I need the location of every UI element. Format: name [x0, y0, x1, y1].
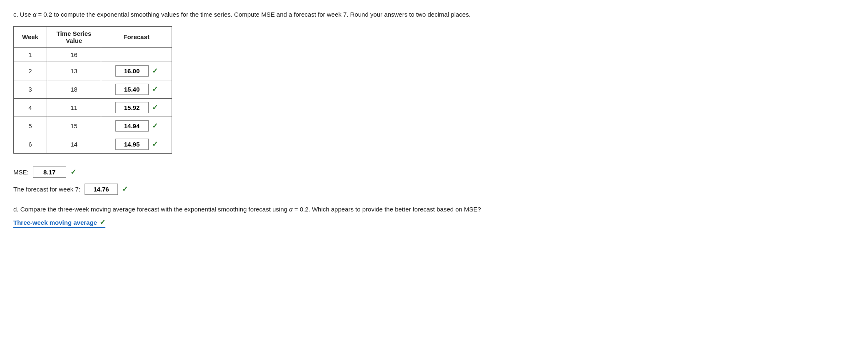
- cell-time-series-value: 14: [47, 135, 101, 153]
- forecast-check-icon: ✓: [152, 67, 158, 75]
- question-c-text: c. Use α = 0.2 to compute the exponentia…: [13, 10, 855, 20]
- col-header-forecast: Forecast: [101, 26, 172, 47]
- question-d-text: d. Compare the three-week moving average…: [13, 205, 855, 214]
- cell-time-series-value: 18: [47, 80, 101, 98]
- forecast-input[interactable]: [115, 65, 149, 77]
- cell-week: 1: [14, 47, 47, 62]
- forecast-week7-input[interactable]: [85, 184, 118, 195]
- forecast-input[interactable]: [115, 139, 149, 150]
- cell-forecast: ✓: [101, 135, 172, 153]
- forecast-week7-row: The forecast for week 7: ✓: [13, 184, 855, 195]
- cell-forecast: ✓: [101, 98, 172, 117]
- forecast-cell-container: ✓: [109, 65, 164, 77]
- answer-d-check-icon: ✓: [100, 218, 105, 227]
- forecast-check-icon: ✓: [152, 103, 158, 112]
- exponential-smoothing-table-container: Week Time Series Value Forecast 116213✓3…: [13, 26, 172, 154]
- forecast-week7-check-icon: ✓: [122, 185, 128, 194]
- cell-week: 4: [14, 98, 47, 117]
- table-row: 213✓: [14, 62, 172, 80]
- table-row: 318✓: [14, 80, 172, 98]
- forecast-check-icon: ✓: [152, 122, 158, 130]
- cell-week: 2: [14, 62, 47, 80]
- forecast-cell-container: ✓: [109, 102, 164, 113]
- forecast-check-icon: ✓: [152, 140, 158, 149]
- table-row: 411✓: [14, 98, 172, 117]
- cell-week: 3: [14, 80, 47, 98]
- mse-label: MSE:: [13, 169, 29, 176]
- cell-forecast: ✓: [101, 117, 172, 135]
- forecast-week7-label: The forecast for week 7:: [13, 186, 80, 193]
- cell-week: 5: [14, 117, 47, 135]
- exponential-smoothing-table: Week Time Series Value Forecast 116213✓3…: [13, 26, 172, 154]
- forecast-input[interactable]: [115, 120, 149, 132]
- cell-forecast: ✓: [101, 62, 172, 80]
- forecast-cell-container: ✓: [109, 139, 164, 150]
- mse-check-icon: ✓: [70, 168, 76, 176]
- col-header-week: Week: [14, 26, 47, 47]
- cell-time-series-value: 16: [47, 47, 101, 62]
- cell-time-series-value: 13: [47, 62, 101, 80]
- cell-forecast: ✓: [101, 80, 172, 98]
- answer-d-link[interactable]: Three-week moving average ✓: [13, 218, 105, 228]
- mse-row: MSE: ✓: [13, 167, 855, 178]
- table-row: 614✓: [14, 135, 172, 153]
- mse-input[interactable]: [33, 167, 66, 178]
- cell-forecast: [101, 47, 172, 62]
- cell-time-series-value: 15: [47, 117, 101, 135]
- forecast-check-icon: ✓: [152, 85, 158, 94]
- forecast-cell-container: ✓: [109, 84, 164, 95]
- forecast-input[interactable]: [115, 84, 149, 95]
- col-header-time-series: Time Series Value: [47, 26, 101, 47]
- cell-time-series-value: 11: [47, 98, 101, 117]
- forecast-cell-container: ✓: [109, 120, 164, 132]
- forecast-input[interactable]: [115, 102, 149, 113]
- table-row: 515✓: [14, 117, 172, 135]
- answer-d-text: Three-week moving average: [13, 219, 97, 226]
- cell-week: 6: [14, 135, 47, 153]
- table-row: 116: [14, 47, 172, 62]
